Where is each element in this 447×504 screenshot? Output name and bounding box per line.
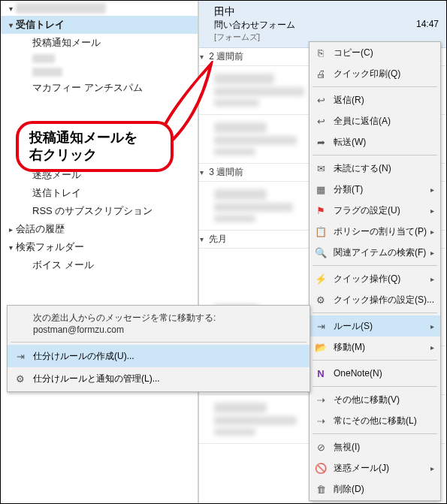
separator: [313, 502, 437, 502]
ignore-icon: ⊘: [314, 440, 328, 454]
chevron-down-icon: ▾: [196, 168, 207, 177]
tree-label: マカフィー アンチスパム: [32, 81, 143, 95]
blur-text: [214, 148, 255, 155]
ctx-label: 未読にする(N): [334, 162, 391, 175]
tree-item-rss[interactable]: RSS のサブスクリプション: [1, 202, 198, 220]
ctx-label: 無視(I): [334, 441, 360, 454]
ctx-label: 常にその他に移動(L): [334, 415, 417, 427]
date-group-label: 3 週間前: [209, 167, 243, 177]
blur-text: [214, 87, 304, 96]
ctx-forward[interactable]: ➦ 転送(W): [310, 131, 440, 152]
chevron-right-icon: ▸: [430, 186, 434, 194]
ctx-flag[interactable]: ⚑ フラグの設定(U) ▸: [310, 200, 440, 221]
ctx-policy[interactable]: 📋 ポリシーの割り当て(P) ▸: [310, 221, 440, 242]
categorize-icon: ▦: [314, 183, 328, 196]
move-other-icon: ⇢: [314, 393, 328, 406]
ctx-reply[interactable]: ↩ 返信(R): [310, 89, 440, 110]
blur-text: [214, 189, 267, 200]
blur-text: [214, 99, 259, 107]
blur-label: [32, 54, 55, 63]
tree-item-conv-history[interactable]: ▸ 会話の履歴: [1, 220, 198, 238]
delete-icon: 🗑: [314, 482, 328, 496]
message-subject: 問い合わせフォーム: [214, 19, 295, 32]
chevron-down-icon: ▾: [196, 53, 207, 61]
ctx-label: クイック操作(Q): [334, 273, 400, 285]
context-menu: ⎘ コピー(C) 🖨 クイック印刷(Q) ↩ 返信(R) ↩ 全員に返信(A) …: [309, 41, 441, 501]
ctx-quickprint[interactable]: 🖨 クイック印刷(Q): [310, 63, 440, 84]
tree-item-post-notify[interactable]: 投稿通知メール: [1, 34, 198, 52]
copy-icon: ⎘: [314, 46, 328, 59]
ctx-onenote[interactable]: N OneNote(N): [310, 363, 440, 384]
date-group-label: 2 週間前: [209, 51, 243, 62]
ctx-label: クイック操作の設定(S)...: [334, 294, 434, 306]
ctx-quickop-settings[interactable]: ⚙ クイック操作の設定(S)...: [310, 289, 440, 310]
ctx-label: 迷惑メール(J): [334, 462, 389, 475]
blur-text: [214, 74, 274, 84]
submenu-static-text[interactable]: 次の差出人からのメッセージを常に移動する: postman@formzu.com: [8, 307, 310, 340]
chevron-right-icon: ▸: [430, 464, 434, 472]
tree-label: 受信トレイ: [16, 18, 65, 32]
tree-item-sent[interactable]: 送信トレイ: [1, 184, 198, 202]
policy-icon: 📋: [314, 225, 328, 238]
tree-item-voice-mail[interactable]: ボイス メール: [1, 256, 198, 274]
tree-item-root-blur[interactable]: ▾: [1, 1, 198, 16]
ctx-copy[interactable]: ⎘ コピー(C): [310, 42, 440, 63]
rules-submenu: 次の差出人からのメッセージを常に移動する: postman@formzu.com…: [7, 305, 310, 392]
search-icon: 🔍: [314, 246, 328, 259]
ctx-delete[interactable]: 🗑 削除(D): [310, 478, 440, 499]
submenu-label: 仕分けルールと通知の管理(L)...: [33, 373, 160, 385]
ctx-ignore[interactable]: ⊘ 無視(I): [310, 436, 440, 457]
rule-icon: ⇥: [14, 349, 27, 363]
onenote-icon: N: [314, 367, 328, 380]
chevron-right-icon: ▸: [430, 322, 434, 330]
ctx-junk[interactable]: 🚫 迷惑メール(J) ▸: [310, 457, 440, 478]
print-icon: 🖨: [314, 67, 328, 80]
submenu-create-rule[interactable]: ⇥ 仕分けルールの作成(U)...: [8, 345, 310, 367]
blur-text: [214, 428, 255, 436]
ctx-related[interactable]: 🔍 関連アイテムの検索(F) ▸: [310, 242, 440, 263]
ctx-always-move-other[interactable]: ⇢ 常にその他に移動(L): [310, 410, 440, 431]
ctx-label: フラグの設定(U): [334, 204, 400, 217]
envelope-icon: ✉: [314, 161, 328, 175]
separator: [313, 386, 437, 387]
chevron-down-icon: ▾: [5, 21, 16, 29]
ctx-label: 削除(D): [334, 483, 364, 496]
tree-label: 会話の履歴: [16, 222, 65, 236]
ctx-move[interactable]: 📂 移動(M) ▸: [310, 337, 440, 358]
ctx-categorize[interactable]: ▦ 分類(T) ▸: [310, 179, 440, 200]
chevron-down-icon: ▾: [5, 5, 16, 13]
ctx-move-other[interactable]: ⇢ その他に移動(V): [310, 389, 440, 410]
ctx-rules[interactable]: ⇥ ルール(S) ▸: [310, 315, 440, 337]
tree-item-search-folders[interactable]: ▾ 検索フォルダー: [1, 238, 198, 256]
tree-item-inbox[interactable]: ▾ 受信トレイ: [1, 16, 198, 34]
ctx-markunread[interactable]: ✉ 未読にする(N): [310, 158, 440, 179]
ctx-quickop[interactable]: ⚡ クイック操作(Q) ▸: [310, 268, 440, 289]
separator: [313, 86, 437, 87]
blur-text: [214, 416, 297, 425]
lightning-icon: ⚡: [314, 272, 328, 285]
separator: [313, 360, 437, 361]
chevron-down-icon: ▾: [196, 235, 207, 243]
blur-text: [214, 403, 267, 413]
date-group-label: 先月: [209, 234, 227, 244]
message-time: 14:47: [416, 19, 439, 32]
blur-text: [214, 215, 255, 222]
callout-text: 投稿通知メールを 右クリック: [29, 129, 137, 164]
ctx-label: 返信(R): [334, 94, 364, 107]
blur-text: [214, 136, 297, 145]
tree-label: 投稿通知メール: [32, 36, 101, 50]
settings-icon: ⚙: [14, 372, 27, 385]
ctx-label: OneNote(N): [334, 368, 382, 379]
ctx-replyall[interactable]: ↩ 全員に返信(A): [310, 110, 440, 131]
blur-label: [32, 68, 62, 77]
separator: [313, 433, 437, 434]
tree-label: ボイス メール: [32, 258, 94, 272]
tree-label: 送信トレイ: [32, 186, 81, 200]
submenu-manage-rules[interactable]: ⚙ 仕分けルールと通知の管理(L)...: [8, 367, 310, 390]
ctx-label: 移動(M): [334, 341, 365, 354]
junk-icon: 🚫: [314, 461, 328, 475]
always-move-icon: ⇢: [314, 414, 328, 427]
tree-label: 検索フォルダー: [16, 240, 84, 254]
callout-bubble: 投稿通知メールを 右クリック: [16, 121, 174, 172]
chevron-right-icon: ▸: [430, 207, 434, 215]
